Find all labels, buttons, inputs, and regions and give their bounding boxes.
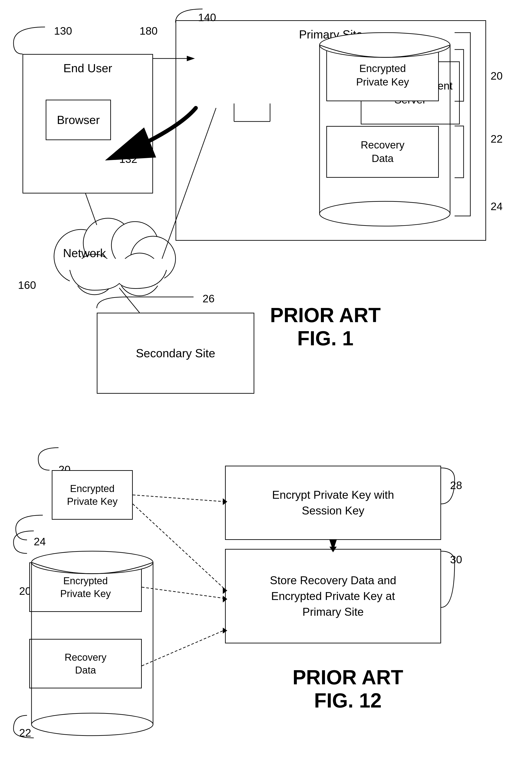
secondary-site-box: Secondary Site: [97, 313, 254, 394]
prior-art-title-12: PRIOR ART: [293, 666, 403, 689]
svg-rect-8: [70, 259, 164, 286]
store-box-f12: Store Recovery Data andEncrypted Private…: [225, 549, 441, 643]
svg-point-32: [32, 713, 153, 736]
secondary-site-label: Secondary Site: [136, 347, 215, 360]
svg-line-21: [133, 495, 225, 502]
label-28-f12: 28: [450, 479, 462, 492]
epk-small-top-f12: EncryptedPrivate Key: [52, 470, 133, 520]
fig12-number: FIG. 12: [293, 689, 403, 712]
label-130: 130: [54, 25, 72, 37]
epk-label-primary: EncryptedPrivate Key: [356, 62, 409, 89]
label-22-f12: 22: [19, 727, 31, 739]
browser-label: Browser: [57, 113, 100, 127]
label-26: 26: [203, 292, 214, 305]
encrypt-box-f12: Encrypt Private Key withSession Key: [225, 466, 441, 540]
svg-line-27: [142, 630, 225, 666]
svg-line-25: [142, 587, 225, 598]
rd-cyl-label-f12: RecoveryData: [65, 651, 107, 677]
primary-site-title: Primary Site: [299, 28, 362, 41]
svg-line-9: [85, 194, 97, 225]
epk-cyl-label-f12: EncryptedPrivate Key: [60, 574, 111, 600]
svg-point-6: [118, 253, 161, 296]
prior-art-fig1: PRIOR ART FIG. 1: [270, 304, 381, 350]
end-user-box: End User Browser: [22, 54, 153, 194]
label-30-f12: 30: [450, 554, 462, 566]
diagram-container: 130 180 140 20 22 24 160 26 End User Bro…: [0, 0, 532, 757]
rd-box-primary: RecoveryData: [326, 126, 439, 178]
rd-label-primary: RecoveryData: [361, 138, 404, 166]
encrypt-label-f12: Encrypt Private Key withSession Key: [272, 487, 394, 519]
label-24-f12: 24: [34, 535, 46, 548]
label-160: 160: [18, 279, 36, 291]
rd-box-cyl-f12: RecoveryData: [29, 639, 142, 688]
prior-art-title-1: PRIOR ART: [270, 304, 381, 327]
label-24-fig1: 24: [490, 200, 503, 213]
epk-box-cyl-f12: EncryptedPrivate Key: [29, 562, 142, 612]
network-label: Network: [63, 246, 106, 260]
label-20-fig1: 20: [490, 70, 503, 82]
epk-small-top-label: EncryptedPrivate Key: [67, 482, 118, 508]
label-132: 132: [119, 153, 137, 166]
fig1-number: FIG. 1: [270, 327, 381, 350]
prior-art-fig12: PRIOR ART FIG. 12: [293, 666, 403, 712]
epk-box-primary: EncryptedPrivate Key: [326, 49, 439, 101]
svg-point-3: [83, 218, 133, 268]
browser-box: Browser: [46, 100, 111, 140]
end-user-label: End User: [63, 61, 112, 75]
svg-point-7: [74, 254, 115, 295]
label-22-fig1: 22: [490, 133, 503, 145]
svg-point-5: [131, 236, 175, 281]
svg-line-23: [133, 504, 225, 590]
svg-line-11: [119, 288, 140, 313]
svg-point-4: [111, 222, 159, 269]
store-label-f12: Store Recovery Data andEncrypted Private…: [270, 572, 396, 620]
label-180: 180: [140, 25, 158, 37]
